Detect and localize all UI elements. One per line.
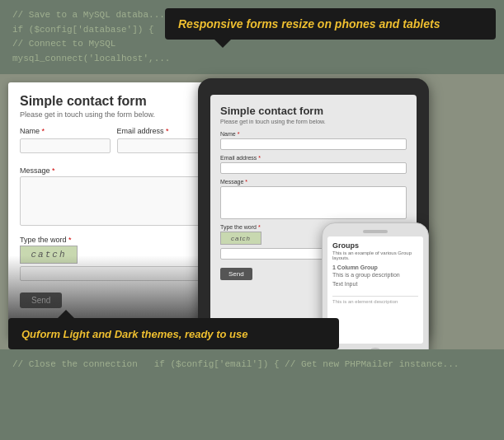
tablet-message-textarea xyxy=(220,186,407,219)
bottom-callout-text: Quform Light and Dark themes, ready to u… xyxy=(21,328,248,340)
top-callout-text: Responsive forms resize on phones and ta… xyxy=(178,17,440,30)
bottom-code-line-2 xyxy=(143,359,148,369)
form-title: Simple contact form xyxy=(20,94,207,109)
tablet-form-subtitle: Please get in touch using the form below… xyxy=(220,119,407,124)
tablet-email-label: Email address * xyxy=(220,155,407,161)
bottom-code: // Close the connection if ($config['ema… xyxy=(0,349,504,440)
form-subtitle: Please get in touch using the form below… xyxy=(20,110,207,119)
message-required: * xyxy=(50,166,55,175)
phone-speaker xyxy=(363,230,388,233)
tablet-name-label: Name * xyxy=(220,131,407,137)
captcha-input[interactable] xyxy=(20,266,207,281)
message-label: Message * xyxy=(20,166,207,175)
bottom-code-line-4: // Get new PHPMailer instance... xyxy=(285,359,459,369)
name-input[interactable] xyxy=(20,138,111,153)
name-label: Name * xyxy=(20,127,111,135)
bottom-code-line-1: // Close the connection xyxy=(12,359,138,369)
top-callout: Responsive forms resize on phones and ta… xyxy=(165,8,496,40)
phone-input-field xyxy=(332,288,418,297)
tablet-message-label: Message * xyxy=(220,179,407,185)
phone-input-label: Text Input xyxy=(332,281,418,287)
name-required: * xyxy=(40,127,45,135)
phone-screen: Groups This is an example of various Gro… xyxy=(327,236,423,344)
phone-section-title: 1 Column Group xyxy=(332,264,418,270)
tablet-captcha-img: catch xyxy=(220,232,261,245)
phone-form-subtitle: This is an example of various Group layo… xyxy=(332,250,418,260)
bottom-code-line-3: if ($config['email']) { xyxy=(154,359,280,369)
tablet-name-input xyxy=(220,138,407,150)
phone-form-title: Groups xyxy=(332,241,418,250)
captcha-image: catch xyxy=(20,246,78,264)
phone-element-desc: This is an element description xyxy=(332,299,418,304)
code-line-4: mysql_connect('localhost',... xyxy=(12,52,492,67)
desktop-form: Simple contact form Please get in touch … xyxy=(8,82,219,338)
captcha-label: Type the word * xyxy=(20,236,207,244)
captcha-required: * xyxy=(67,236,72,244)
bottom-callout: Quform Light and Dark themes, ready to u… xyxy=(8,318,339,349)
tablet-email-input xyxy=(220,162,407,174)
message-textarea[interactable] xyxy=(20,176,207,226)
tablet-form-title: Simple contact form xyxy=(220,105,407,117)
email-input[interactable] xyxy=(117,138,208,153)
email-label: Email address * xyxy=(117,127,208,135)
phone-section-desc: This is a group description xyxy=(332,272,418,278)
tablet-send-btn: Send xyxy=(220,268,252,280)
send-button[interactable]: Send xyxy=(20,293,62,308)
email-required: * xyxy=(164,127,169,135)
